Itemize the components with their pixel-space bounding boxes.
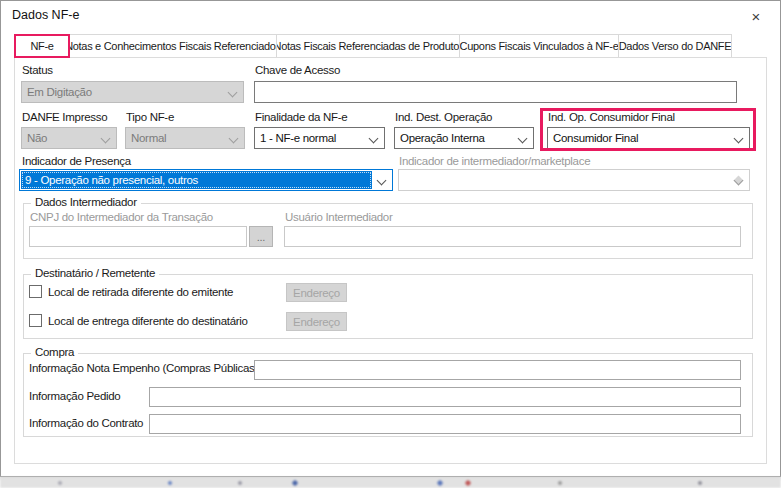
ind-op-consumidor-final-label: Ind. Op. Consumidor Final xyxy=(548,111,675,123)
info-pedido-label: Informação Pedido xyxy=(29,390,120,402)
tab-notas-conhecimentos-referenciados[interactable]: Notas e Conhecimentos Fiscais Referencia… xyxy=(69,34,277,58)
local-entrega-label: Local de entrega diferente do destinatár… xyxy=(48,315,248,327)
chevron-down-icon xyxy=(101,134,111,144)
indicador-intermediador-label: Indicador de intermediador/marketplace xyxy=(399,155,590,167)
dados-intermediador-title: Dados Intermediador xyxy=(31,196,141,208)
indicador-presenca-label: Indicador de Presença xyxy=(22,155,131,167)
tab-cupons-fiscais[interactable]: Cupons Fiscais Vinculados à NF-e xyxy=(459,34,619,58)
chevron-down-icon xyxy=(228,88,238,98)
tipo-nfe-label: Tipo NF-e xyxy=(126,111,174,123)
usuario-intermediador-input xyxy=(284,226,741,247)
chevron-down-icon xyxy=(369,134,379,144)
tipo-nfe-value: Normal xyxy=(131,132,166,144)
chevron-down-icon xyxy=(518,134,528,144)
indicador-intermediador-select xyxy=(398,169,750,191)
cnpj-intermediador-input xyxy=(29,226,247,247)
tipo-nfe-select: Normal xyxy=(125,127,245,149)
finalidade-select[interactable]: 1 - NF-e normal xyxy=(254,127,385,149)
local-retirada-label: Local de retirada diferente do emitente xyxy=(48,286,233,298)
ind-dest-operacao-select[interactable]: Operação Interna xyxy=(394,127,534,149)
indicador-presenca-select[interactable]: 9 - Operação não presencial, outros xyxy=(19,169,393,191)
ind-dest-operacao-label: Ind. Dest. Operação xyxy=(395,111,492,123)
local-retirada-checkbox[interactable] xyxy=(29,285,42,298)
chevron-down-icon xyxy=(229,134,239,144)
info-nota-empenho-input[interactable] xyxy=(254,360,741,380)
ind-dest-operacao-value: Operação Interna xyxy=(400,132,485,144)
indicador-presenca-selection: 9 - Operação não presencial, outros xyxy=(21,171,372,189)
finalidade-label: Finalidade da NF-e xyxy=(255,111,347,123)
chevron-down-icon xyxy=(734,134,744,144)
status-select: Em Digitação xyxy=(21,81,244,103)
usuario-intermediador-label: Usuário Intermediador xyxy=(285,211,392,223)
endereco-retirada-button: Endereço xyxy=(286,283,347,302)
danfe-impresso-label: DANFE Impresso xyxy=(22,111,107,123)
cnpj-browse-button: ... xyxy=(249,226,273,247)
chevron-down-icon xyxy=(734,176,744,186)
dados-nfe-dialog: Dados NF-e × NF-e Notas e Conhecimentos … xyxy=(0,0,781,477)
cnpj-intermediador-label: CNPJ do Intermediador da Transação xyxy=(30,211,213,223)
window-title: Dados NF-e xyxy=(12,8,79,22)
chave-acesso-label: Chave de Acesso xyxy=(255,64,340,76)
tab-bar: NF-e Notas e Conhecimentos Fiscais Refer… xyxy=(14,34,732,58)
close-icon[interactable]: × xyxy=(742,5,770,27)
tab-notas-referenciadas-produtor[interactable]: Notas Fiscais Referenciadas de Produtor xyxy=(276,34,460,58)
background-taskbar-strip xyxy=(0,477,781,488)
ind-op-consumidor-final-select[interactable]: Consumidor Final xyxy=(547,127,750,149)
info-nota-empenho-label: Informação Nota Empenho (Compras Pública… xyxy=(29,362,258,374)
chevron-down-icon xyxy=(377,176,387,186)
destinatario-remetente-title: Destinatário / Remetente xyxy=(31,267,159,279)
status-label: Status xyxy=(22,64,53,76)
info-contrato-label: Informação do Contrato xyxy=(29,417,143,429)
tab-nfe[interactable]: NF-e xyxy=(14,34,70,58)
destinatario-remetente-group: Destinatário / Remetente xyxy=(23,274,753,339)
tab-dados-verso-danfe[interactable]: Dados Verso do DANFE xyxy=(618,34,732,58)
title-bar: Dados NF-e × xyxy=(1,1,780,31)
compra-title: Compra xyxy=(31,346,78,358)
info-pedido-input[interactable] xyxy=(149,387,741,407)
info-contrato-input[interactable] xyxy=(149,414,741,434)
ind-op-consumidor-final-value: Consumidor Final xyxy=(553,132,638,144)
chave-acesso-input[interactable] xyxy=(254,81,737,103)
status-value: Em Digitação xyxy=(27,86,92,98)
endereco-entrega-button: Endereço xyxy=(286,312,347,331)
danfe-impresso-value: Não xyxy=(27,132,47,144)
local-entrega-checkbox[interactable] xyxy=(29,314,42,327)
finalidade-value: 1 - NF-e normal xyxy=(260,132,336,144)
indicador-presenca-value: 9 - Operação não presencial, outros xyxy=(25,174,198,186)
danfe-impresso-select: Não xyxy=(21,127,117,149)
